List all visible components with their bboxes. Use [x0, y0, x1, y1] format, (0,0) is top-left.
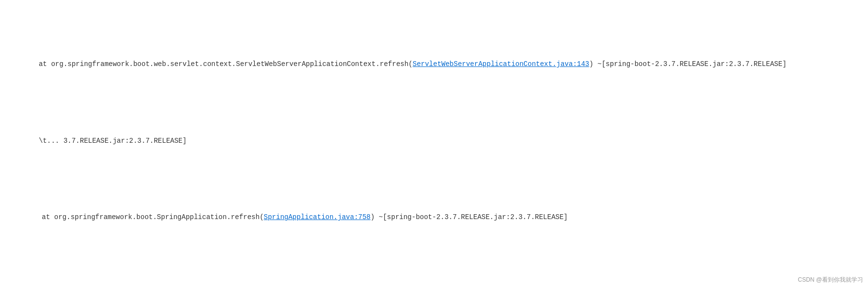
stack-line-3: at org.springframework.boot.SpringApplic… [6, 201, 862, 234]
stack-line-4: at org.springframework.boot.SpringApplic… [6, 278, 862, 289]
stack-line-2: \t... 3.7.RELEASE.jar:2.3.7.RELEASE] [6, 124, 862, 157]
stack-link-1[interactable]: ServletWebServerApplicationContext.java:… [413, 60, 589, 68]
stack-text-suffix: ) ~[spring-boot-2.3.7.RELEASE.jar:2.3.7.… [589, 60, 786, 68]
stack-link-3[interactable]: SpringApplication.java:758 [264, 213, 370, 221]
console-output: at org.springframework.boot.web.servlet.… [0, 0, 868, 289]
stack-continuation: \t... 3.7.RELEASE.jar:2.3.7.RELEASE] [22, 137, 187, 145]
stack-line-1: at org.springframework.boot.web.servlet.… [6, 48, 862, 81]
watermark: CSDN @看到你我就学习 [798, 276, 863, 284]
stack-text: at org.springframework.boot.web.servlet.… [22, 60, 413, 68]
stack-text: at org.springframework.boot.SpringApplic… [42, 213, 264, 221]
stack-text-suffix: ) ~[spring-boot-2.3.7.RELEASE.jar:2.3.7.… [371, 213, 568, 221]
